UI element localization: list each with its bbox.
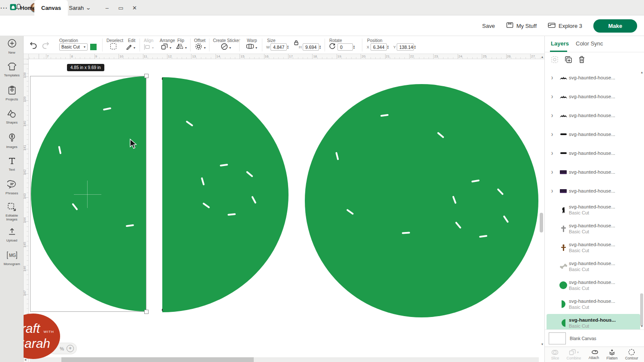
rotate-input[interactable]: 0 <box>337 43 353 51</box>
create-sticker-caret-icon[interactable]: ▾ <box>229 46 231 50</box>
offset-icon[interactable] <box>195 43 202 52</box>
layer-expand-chevron-icon[interactable]: › <box>547 93 558 100</box>
align-label: Align <box>144 38 153 43</box>
y-input[interactable]: 138.146 <box>397 43 414 51</box>
slice-button[interactable]: Slice <box>551 349 559 360</box>
sidebar-item-templates[interactable]: Templates <box>0 62 24 77</box>
trash-icon[interactable] <box>578 56 585 65</box>
layers-scroll-up-arrow[interactable]: ▴ <box>641 70 643 74</box>
layer-row[interactable]: ›svg-haunted-house... <box>547 106 640 124</box>
sidebar-item-images[interactable]: Images <box>0 133 24 149</box>
height-stepper[interactable]: ▴▾ <box>319 43 323 51</box>
zoom-in-button[interactable]: + <box>67 345 74 352</box>
warp-caret-icon[interactable]: ▾ <box>255 46 257 50</box>
layer-row[interactable]: svg-haunted-house...Basic Cut <box>547 238 640 256</box>
save-button[interactable]: Save <box>482 23 495 29</box>
layer-row[interactable]: svg-haunted-house...Basic Cut <box>547 276 640 294</box>
layer-row[interactable]: svg-haunted-house...Basic Cut <box>547 201 640 219</box>
layers-scroll-down-arrow[interactable]: ▾ <box>641 324 643 328</box>
explore-button[interactable]: Explore 3 <box>548 22 582 30</box>
edit-pencil-icon[interactable] <box>126 43 132 51</box>
layer-row-selected[interactable]: svg-haunted-hous...Basic Cut <box>547 314 640 329</box>
tab-canvas[interactable]: Canvas <box>34 0 68 15</box>
my-stuff-button[interactable]: My Stuff <box>506 22 537 30</box>
sidebar-item-projects[interactable]: Projects <box>0 86 24 101</box>
layer-expand-chevron-icon[interactable]: › <box>547 74 558 81</box>
redo-icon[interactable] <box>41 42 50 51</box>
window-maximize-button[interactable]: ▭ <box>116 5 125 11</box>
width-stepper[interactable]: ▴▾ <box>287 43 291 51</box>
half-circle-right-shape[interactable] <box>162 77 289 312</box>
sidebar-item-phrases[interactable]: Phrases <box>0 180 24 195</box>
layer-row[interactable]: ›svg-haunted-house... <box>547 125 640 143</box>
make-button[interactable]: Make <box>593 19 637 33</box>
vscroll-down-arrow[interactable]: ▾ <box>541 342 543 346</box>
duplicate-icon[interactable] <box>565 56 572 65</box>
undo-icon[interactable] <box>29 42 38 51</box>
width-input[interactable]: 4.847 <box>270 43 287 51</box>
layers-scroll-thumb[interactable] <box>640 293 643 326</box>
layer-expand-chevron-icon[interactable]: › <box>547 168 558 176</box>
layer-expand-chevron-icon[interactable]: › <box>547 149 558 157</box>
combine-caret-icon: ▾ <box>577 350 579 354</box>
layer-row[interactable]: svg-haunted-house...Basic Cut <box>547 295 640 313</box>
flatten-button[interactable]: Flatten <box>607 349 618 360</box>
operation-select[interactable]: Basic Cut▾ <box>59 43 88 51</box>
lock-icon[interactable] <box>294 39 299 47</box>
x-stepper[interactable]: ▴▾ <box>387 43 391 51</box>
layer-row[interactable]: ›svg-haunted-house... <box>547 163 640 181</box>
selection-handle-top-right[interactable] <box>144 74 149 78</box>
attach-button[interactable]: Attach <box>589 349 599 360</box>
create-sticker-icon[interactable] <box>221 43 228 52</box>
full-circle-shape[interactable] <box>305 84 538 317</box>
blank-canvas-swatch[interactable] <box>549 332 566 344</box>
selection-handle-bottom-right[interactable] <box>144 310 149 314</box>
hscroll-thumb[interactable] <box>61 357 254 362</box>
sidebar-item-new[interactable]: New <box>0 39 24 54</box>
contour-button[interactable]: Contour <box>625 349 638 360</box>
titlebar: Home Canvas ⋯ Craft with Sarah ⌄ – ▭ ✕ <box>0 0 644 15</box>
sidebar-item-text[interactable]: Text <box>0 157 24 172</box>
layer-expand-chevron-icon[interactable]: › <box>547 187 558 195</box>
window-minimize-button[interactable]: – <box>102 5 112 11</box>
vscroll-thumb[interactable] <box>540 213 543 232</box>
offset-caret-icon[interactable]: ▾ <box>204 46 206 50</box>
tab-color-sync[interactable]: Color Sync <box>576 40 603 47</box>
layer-row[interactable]: ›svg-haunted-house... <box>547 69 640 87</box>
warp-icon[interactable] <box>246 43 254 51</box>
canvas[interactable]: 789101112131415161718192021222324252627 … <box>24 54 544 362</box>
deselect-icon[interactable] <box>110 43 116 51</box>
height-input[interactable]: 9.694 <box>303 43 319 51</box>
tab-layers[interactable]: Layers <box>551 40 569 47</box>
sidebar-item-monogram[interactable]: MGMonogram <box>0 251 24 266</box>
arrange-icon[interactable] <box>161 43 168 51</box>
vscroll-up-arrow[interactable]: ▴ <box>541 55 543 59</box>
combine-button[interactable]: ▾ Combine <box>567 349 581 360</box>
layer-operation-label: Basic Cut <box>569 323 589 329</box>
flip-caret-icon[interactable]: ▾ <box>185 46 187 50</box>
x-input[interactable]: 6.344 <box>371 43 387 51</box>
layer-row[interactable]: ›svg-haunted-house... <box>547 182 640 200</box>
edit-caret-icon[interactable]: ▾ <box>134 46 135 50</box>
layer-row[interactable]: ›svg-haunted-house... <box>547 144 640 162</box>
arrange-caret-icon[interactable]: ▾ <box>170 46 171 50</box>
sidebar-item-shapes[interactable]: Shapes <box>0 109 24 124</box>
layer-expand-chevron-icon[interactable]: › <box>547 130 558 138</box>
window-close-button[interactable]: ✕ <box>130 5 139 11</box>
sidebar-item-editable-images[interactable]: Editable Images <box>0 202 24 221</box>
rotate-stepper[interactable]: ▴▾ <box>353 43 357 51</box>
layer-thumbnail-banner-icon <box>558 189 569 193</box>
layer-label: svg-haunted-house... <box>569 242 615 247</box>
select-all-icon[interactable] <box>551 56 559 65</box>
y-stepper[interactable]: ▴▾ <box>414 43 418 51</box>
layer-row[interactable]: svg-haunted-house...Basic Cut <box>547 220 640 238</box>
operation-color-swatch[interactable] <box>90 44 97 50</box>
layer-row[interactable]: ›svg-haunted-house... <box>547 87 640 106</box>
flip-icon[interactable] <box>176 43 184 51</box>
layer-row[interactable]: svg-haunted-house...Basic Cut <box>547 257 640 275</box>
layer-expand-chevron-icon[interactable]: › <box>547 112 558 119</box>
rotate-icon[interactable] <box>329 43 336 51</box>
half-circle-left-shape[interactable] <box>31 76 146 311</box>
blank-canvas-row[interactable]: Blank Canvas <box>545 329 644 347</box>
sidebar-item-upload[interactable]: Upload <box>0 227 24 242</box>
